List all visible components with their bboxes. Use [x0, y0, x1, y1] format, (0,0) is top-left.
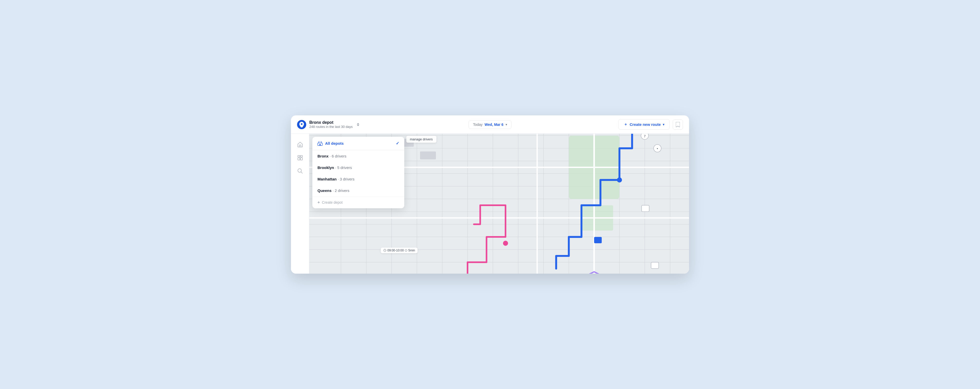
depot-brooklyn-drivers: · 5 drivers: [334, 166, 352, 170]
svg-rect-44: [641, 205, 649, 212]
main-content: 7 •: [291, 134, 689, 274]
create-depot-item[interactable]: + Create depot: [312, 196, 404, 208]
sidebar: [291, 134, 309, 274]
svg-rect-2: [298, 158, 300, 160]
depot-selector-chevron[interactable]: [356, 122, 360, 127]
content-area: 7 •: [309, 134, 689, 274]
svg-point-4: [298, 169, 301, 172]
location-pin-icon: [297, 120, 306, 129]
depot-item-brooklyn[interactable]: Brooklyn · 5 drivers: [312, 162, 404, 173]
header-right: ＋ Create new route ▾: [557, 119, 683, 130]
svg-text:7: 7: [644, 134, 646, 138]
svg-text:•: •: [657, 147, 658, 151]
depot-brooklyn-name: Brooklyn: [318, 166, 334, 170]
create-route-plus-icon: ＋: [624, 122, 628, 127]
header-center: Today Wed, Mar 6 ▾: [427, 120, 553, 129]
svg-rect-3: [301, 158, 302, 160]
time-badge: 09:00-10:00 5min: [381, 247, 417, 253]
all-depots-row: All depots ✓: [318, 141, 399, 146]
time-range: 09:00-10:00: [387, 249, 404, 252]
depot-name: Bronx depot: [309, 120, 353, 125]
date-value: Wed, Mar 6: [485, 123, 504, 127]
time-duration: 5min: [408, 249, 415, 252]
all-depots-item[interactable]: All depots ✓: [312, 137, 404, 150]
date-today-label: Today: [473, 123, 482, 127]
create-route-button[interactable]: ＋ Create new route ▾: [618, 119, 670, 130]
svg-rect-45: [651, 262, 659, 268]
depot-building-icon: [318, 141, 323, 146]
chevron-up-icon: [357, 123, 360, 124]
create-depot-plus-icon: +: [318, 200, 320, 205]
depot-manhattan-drivers: · 3 drivers: [337, 177, 355, 181]
manage-drivers-text: manage drivers: [410, 137, 433, 141]
depot-queens-drivers: · 2 drivers: [331, 188, 349, 193]
depot-bronx-name: Bronx: [318, 154, 328, 158]
all-depots-label: All depots: [325, 141, 393, 145]
svg-rect-46: [594, 237, 602, 243]
depot-dropdown-panel: All depots ✓ Bronx · 6 drivers Brooklyn …: [312, 137, 404, 208]
svg-point-39: [503, 241, 508, 246]
depot-queens-name: Queens: [318, 188, 331, 193]
create-route-label: Create new route: [630, 122, 661, 127]
depot-manhattan-name: Manhattan: [318, 177, 337, 181]
depot-bronx-drivers: · 6 drivers: [328, 154, 346, 158]
header-left: Bronx depot 248 routes in the last 30 da…: [297, 120, 423, 129]
date-selector[interactable]: Today Wed, Mar 6 ▾: [469, 120, 511, 129]
sidebar-item-dashboard[interactable]: [294, 152, 306, 163]
svg-rect-56: [320, 144, 321, 145]
manage-drivers-banner: manage drivers: [406, 136, 436, 143]
app-header: Bronx depot 248 routes in the last 30 da…: [291, 115, 689, 134]
depot-item-manhattan[interactable]: Manhattan · 3 drivers: [312, 173, 404, 185]
depot-stats: 248 routes in the last 30 days: [309, 125, 353, 129]
svg-point-54: [405, 249, 407, 252]
svg-rect-52: [420, 151, 436, 159]
depot-info: Bronx depot 248 routes in the last 30 da…: [309, 120, 353, 129]
depot-item-bronx[interactable]: Bronx · 6 drivers: [312, 150, 404, 162]
svg-rect-1: [301, 155, 302, 157]
svg-rect-0: [298, 155, 300, 157]
depot-item-queens[interactable]: Queens · 2 drivers: [312, 185, 404, 196]
chevron-down-icon: [357, 125, 360, 126]
create-depot-label: Create depot: [322, 200, 342, 204]
svg-point-38: [617, 177, 622, 182]
date-chevron-icon: ▾: [506, 123, 507, 126]
sidebar-item-search[interactable]: [294, 166, 306, 177]
create-route-chevron-icon: ▾: [663, 123, 664, 126]
bookmark-button[interactable]: [673, 120, 683, 130]
selected-checkmark-icon: ✓: [396, 141, 399, 146]
sidebar-item-home[interactable]: [294, 139, 306, 150]
